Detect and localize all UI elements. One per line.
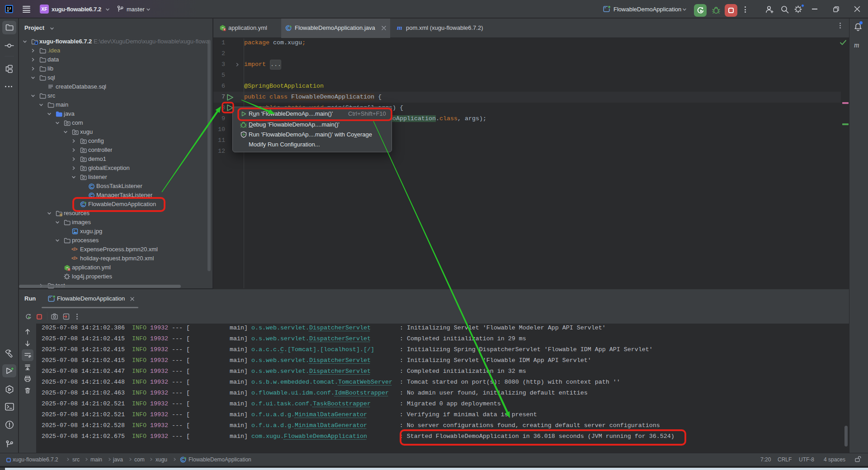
svg-text:Y: Y (224, 28, 226, 31)
svg-text:Y: Y (68, 268, 70, 271)
svg-text:IJ: IJ (7, 7, 11, 10)
